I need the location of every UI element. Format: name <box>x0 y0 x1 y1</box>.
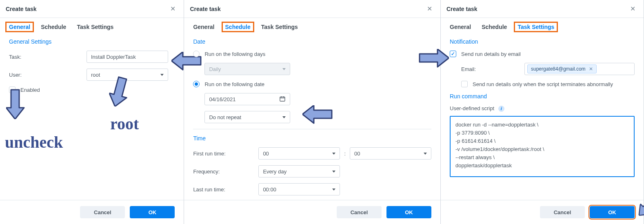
cancel-button[interactable]: Cancel <box>337 206 382 218</box>
row-send-email: Send run details by email <box>450 51 635 57</box>
frequency-select[interactable]: Every day <box>258 165 340 177</box>
tab-task-settings[interactable]: Task Settings <box>514 22 558 32</box>
footer: Cancel OK <box>184 200 440 224</box>
dialog-title: Create task <box>6 6 37 12</box>
chevron-down-icon <box>332 189 335 191</box>
panel-schedule: Create task ✕ General Schedule Task Sett… <box>184 0 441 224</box>
remove-email-icon[interactable]: ✕ <box>589 66 593 72</box>
footer: Cancel OK <box>441 200 644 224</box>
row-run-days: Run on the following days <box>193 51 431 57</box>
send-email-checkbox[interactable] <box>450 51 456 57</box>
row-repeat: Do not repeat <box>204 111 431 123</box>
tab-schedule[interactable]: Schedule <box>41 24 66 30</box>
time-colon: : <box>344 151 346 157</box>
run-days-label: Run on the following days <box>204 51 265 57</box>
user-select[interactable]: root <box>87 69 168 81</box>
tab-general[interactable]: General <box>193 24 214 30</box>
enabled-checkbox[interactable] <box>9 86 16 93</box>
email-label: Email: <box>461 66 524 72</box>
svg-rect-0 <box>280 97 285 101</box>
run-days-radio[interactable] <box>193 51 200 57</box>
tabs: General Schedule Task Settings <box>184 18 440 36</box>
ok-button[interactable]: OK <box>130 206 175 218</box>
daily-select: Daily <box>204 63 290 75</box>
task-input[interactable]: Install DopplerTask <box>87 51 168 63</box>
first-run-label: First run time: <box>193 151 258 157</box>
abnormal-label: Send run details only when the script te… <box>473 81 613 87</box>
chevron-down-icon <box>282 116 286 118</box>
script-textarea[interactable]: docker run -d --name=dopplertask \ -p 37… <box>450 116 635 177</box>
row-enabled: Enabled <box>9 86 175 93</box>
send-email-label: Send run details by email <box>461 51 521 57</box>
last-run-select[interactable]: 00:00 <box>258 183 340 195</box>
run-date-label: Run on the following date <box>204 81 264 87</box>
cancel-button[interactable]: Cancel <box>540 206 585 218</box>
tab-schedule[interactable]: Schedule <box>482 24 507 30</box>
row-email: Email: supergate84@gmail.com ✕ <box>461 63 635 75</box>
tab-task-settings[interactable]: Task Settings <box>261 24 298 30</box>
chevron-down-icon <box>332 153 335 155</box>
last-run-label: Last run time: <box>193 186 258 193</box>
tabs: General Schedule Task Settings <box>0 18 184 36</box>
tab-general[interactable]: General <box>5 22 34 32</box>
row-last-run: Last run time: 00:00 <box>193 183 431 195</box>
row-run-date: Run on the following date <box>193 81 431 87</box>
dialog-title: Create task <box>446 6 477 12</box>
chevron-down-icon <box>332 171 335 173</box>
row-task: Task: Install DopplerTask <box>9 51 175 63</box>
row-abnormal: Send run details only when the script te… <box>461 81 635 87</box>
first-run-min-select[interactable]: 00 <box>350 147 431 160</box>
calendar-icon <box>279 95 286 103</box>
tab-general[interactable]: General <box>450 24 471 30</box>
user-label: User: <box>9 72 87 78</box>
email-chip: supergate84@gmail.com ✕ <box>527 64 597 73</box>
section-general-settings: General Settings <box>9 38 175 45</box>
titlebar: Create task ✕ <box>184 0 440 16</box>
titlebar: Create task ✕ <box>0 0 184 16</box>
tab-task-settings[interactable]: Task Settings <box>77 24 113 30</box>
row-daily: Daily <box>204 63 431 75</box>
tab-schedule[interactable]: Schedule <box>222 22 254 32</box>
footer: Cancel OK <box>0 200 184 224</box>
repeat-select[interactable]: Do not repeat <box>204 111 290 123</box>
script-label-row: User-defined script i <box>450 105 635 112</box>
run-date-radio[interactable] <box>193 81 200 87</box>
tabs: General Schedule Task Settings <box>441 18 644 36</box>
dialog-title: Create task <box>190 6 221 12</box>
section-notification: Notification <box>450 38 635 45</box>
section-date: Date <box>193 38 431 45</box>
row-first-run: First run time: 00 : 00 <box>193 147 431 160</box>
info-icon[interactable]: i <box>498 106 504 112</box>
row-user: User: root <box>9 69 175 81</box>
chevron-down-icon <box>424 153 427 155</box>
abnormal-checkbox[interactable] <box>461 81 468 87</box>
section-run-command: Run command <box>450 93 635 100</box>
section-time: Time <box>193 135 431 142</box>
frequency-label: Frequency: <box>193 169 258 175</box>
cancel-button[interactable]: Cancel <box>80 206 125 218</box>
first-run-hour-select[interactable]: 00 <box>258 147 340 160</box>
close-icon[interactable]: ✕ <box>168 4 178 13</box>
row-datepicker: 04/16/2021 <box>204 93 431 105</box>
ok-button[interactable]: OK <box>590 206 635 218</box>
panel-general: Create task ✕ General Schedule Task Sett… <box>0 0 184 224</box>
titlebar: Create task ✕ <box>441 0 644 16</box>
close-icon[interactable]: ✕ <box>628 4 638 13</box>
script-label: User-defined script <box>450 105 494 111</box>
email-input[interactable]: supergate84@gmail.com ✕ <box>524 63 635 75</box>
panel-task-settings: Create task ✕ General Schedule Task Sett… <box>441 0 644 224</box>
task-label: Task: <box>9 54 87 60</box>
ok-button[interactable]: OK <box>386 206 431 218</box>
chevron-down-icon <box>282 68 286 70</box>
row-frequency: Frequency: Every day <box>193 165 431 177</box>
content: Notification Send run details by email E… <box>441 36 644 200</box>
chevron-down-icon <box>160 74 164 76</box>
date-input[interactable]: 04/16/2021 <box>204 93 290 105</box>
content: Date Run on the following days Daily Run… <box>184 36 440 200</box>
content: General Settings Task: Install DopplerTa… <box>0 36 184 200</box>
enabled-label: Enabled <box>20 87 40 93</box>
close-icon[interactable]: ✕ <box>424 4 435 13</box>
